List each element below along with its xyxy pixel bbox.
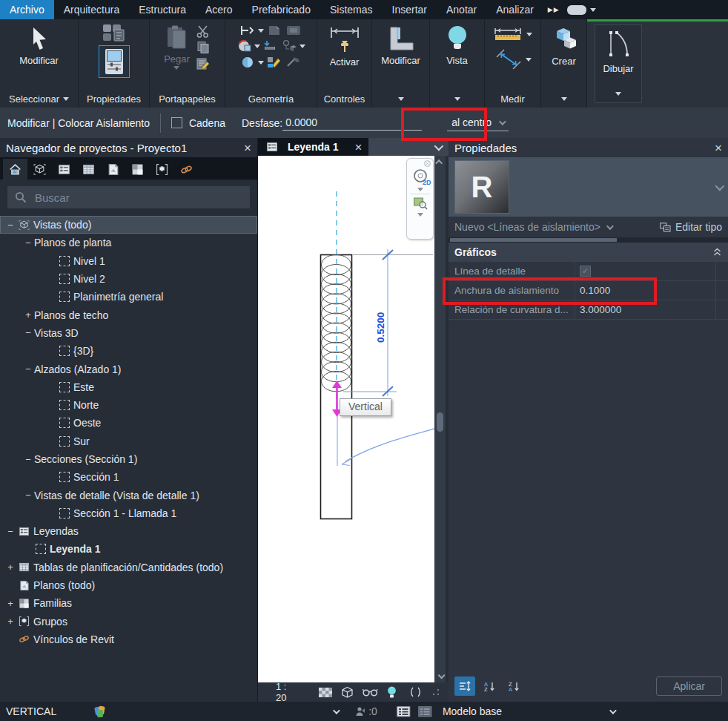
tree-item[interactable]: −Secciones (Sección 1) — [0, 450, 257, 468]
offset-cube-icon[interactable] — [281, 39, 297, 53]
drawing-paper[interactable]: 0.5200 Vertical — [258, 156, 434, 682]
views-icon[interactable] — [27, 159, 52, 180]
cope-icon[interactable] — [239, 24, 256, 36]
associate-parameter-cell[interactable] — [715, 281, 728, 300]
tree-item[interactable]: {3D} — [0, 342, 257, 360]
offset-input[interactable] — [282, 115, 422, 131]
tree-item[interactable]: +Planos de techo — [0, 306, 257, 323]
tree-item[interactable]: Leyenda 1 — [0, 540, 257, 558]
align-icon[interactable] — [262, 39, 279, 53]
worksets-dropdown-icon[interactable] — [333, 707, 340, 714]
ribbon-tab-acero[interactable]: Acero — [196, 0, 242, 19]
design-option-dropdown-icon[interactable] — [609, 707, 617, 714]
tree-item[interactable]: −Leyendas — [0, 522, 257, 540]
associate-parameter-cell[interactable] — [715, 262, 728, 280]
panel-view-label[interactable] — [430, 91, 484, 108]
tree-item[interactable]: Sección 1 — [0, 468, 257, 486]
properties-hscrollbar[interactable] — [449, 237, 728, 243]
section-graphics[interactable]: Gráficos — [449, 243, 728, 262]
match-properties-icon[interactable] — [102, 23, 127, 44]
wheel-dropdown-icon[interactable] — [417, 188, 423, 191]
sheets-icon[interactable] — [101, 159, 125, 180]
home-icon[interactable] — [3, 159, 27, 180]
tree-item[interactable]: Planos (todo) — [0, 576, 257, 594]
dimension-text[interactable]: 0.5200 — [375, 312, 386, 343]
collapse-section-icon[interactable] — [712, 248, 722, 257]
modify-button[interactable]: Modificar — [19, 23, 59, 66]
edit-lines-icon[interactable] — [266, 56, 282, 69]
tree-item[interactable]: Nivel 1 — [0, 252, 257, 270]
cut-icon[interactable] — [196, 24, 211, 38]
paste-button[interactable]: Pegar — [164, 23, 190, 70]
create-button[interactable]: Crear — [549, 23, 579, 67]
ribbon-tab-analizar[interactable]: Analizar — [486, 0, 543, 19]
view-tab-close-icon[interactable]: × — [354, 141, 362, 154]
expand-icon[interactable]: + — [4, 598, 16, 609]
join-icon[interactable] — [241, 56, 256, 69]
ribbon-tab-prefabricado[interactable]: Prefabricado — [242, 0, 320, 19]
modify-panel-button[interactable]: Modificar — [381, 23, 420, 66]
ruler-icon[interactable] — [493, 26, 524, 42]
crop-view-icons[interactable] — [408, 687, 423, 697]
edit-type-button[interactable]: Editar tipo — [660, 221, 722, 233]
tree-item[interactable]: Oeste — [0, 414, 257, 432]
collapse-icon[interactable]: − — [4, 220, 16, 231]
expand-icon[interactable]: + — [22, 309, 34, 320]
zoom-region-icon[interactable] — [413, 197, 428, 210]
collapse-icon[interactable]: − — [22, 237, 34, 248]
spline-icon[interactable] — [602, 28, 635, 61]
tree-item[interactable]: −Alzados (Alzado 1) — [0, 360, 257, 378]
scroll-down-icon[interactable] — [434, 671, 446, 682]
checkbox-checked-icon[interactable]: ✓ — [580, 266, 591, 277]
property-value[interactable]: 3.000000 — [575, 300, 715, 319]
tree-item[interactable]: −Vistas 3D — [0, 324, 257, 342]
tree-item[interactable]: +Grupos — [0, 613, 257, 631]
properties-close-icon[interactable]: × — [715, 142, 722, 154]
tab-list-chevron-icon[interactable] — [434, 142, 449, 153]
canvas-vertical-scrollbar[interactable] — [434, 156, 446, 682]
ribbon-tab-archivo[interactable]: Archivo — [0, 0, 54, 19]
align-dropdown[interactable]: al centro — [447, 114, 509, 131]
type-selector-chevron-icon[interactable] — [715, 181, 725, 191]
schedule-icon[interactable] — [76, 159, 101, 180]
family-icon[interactable] — [125, 159, 150, 180]
face-icon[interactable] — [285, 24, 302, 36]
search-input[interactable] — [33, 191, 214, 205]
cut-corner-icon[interactable] — [266, 24, 282, 36]
tree-item[interactable]: +Familias — [0, 594, 257, 612]
ribbon-tab-estructura[interactable]: Estructura — [129, 0, 196, 19]
cut-geometry-icon[interactable] — [237, 39, 252, 53]
detail-level-icon[interactable] — [319, 688, 332, 697]
search-box[interactable] — [7, 186, 250, 208]
project-browser-close-icon[interactable]: × — [244, 142, 251, 154]
type-selector-dropdown-icon[interactable] — [606, 223, 614, 230]
activate-button[interactable]: Activar — [328, 23, 361, 68]
resize-grip-icon[interactable] — [432, 688, 440, 696]
collapse-icon[interactable]: − — [22, 327, 34, 338]
copy-icon[interactable] — [196, 41, 211, 54]
tree-item[interactable]: −Planos de planta — [0, 234, 257, 251]
type-preview[interactable]: R — [449, 157, 728, 217]
property-value[interactable]: 0.1000 — [575, 281, 715, 300]
apply-button[interactable]: Aplicar — [656, 676, 722, 696]
panel-create-label[interactable] — [541, 91, 586, 108]
ribbon-tab-insertar[interactable]: Insertar — [383, 0, 437, 19]
ribbon-tab-anotar[interactable]: Anotar — [437, 0, 486, 19]
tree-item[interactable]: Nivel 2 — [0, 270, 257, 288]
measure-between-icon[interactable] — [494, 48, 523, 70]
panel-modify-label[interactable] — [372, 91, 429, 108]
legend-icon[interactable] — [52, 159, 76, 180]
editing-requests[interactable]: :0 — [354, 705, 377, 717]
tree-item[interactable]: −Vistas (todo) — [0, 216, 257, 234]
reveal-hidden-glasses-icon[interactable] — [363, 688, 378, 697]
associate-parameter-cell[interactable] — [715, 300, 728, 319]
ribbon-tab-sistemas[interactable]: Sistemas — [320, 0, 383, 19]
sort-default-button[interactable] — [454, 676, 475, 696]
collapse-icon[interactable]: − — [22, 363, 34, 375]
expand-ribbon-icon[interactable]: ▶▶ — [548, 6, 560, 13]
collapse-icon[interactable]: − — [22, 490, 34, 501]
type-selector-value[interactable]: Nuevo <Líneas de aislamiento> — [454, 221, 600, 233]
scrollbar-thumb[interactable] — [437, 412, 443, 432]
tree-item[interactable]: Este — [0, 378, 257, 396]
tree-item[interactable]: +Tablas de planificación/Cantidades (tod… — [0, 559, 257, 576]
